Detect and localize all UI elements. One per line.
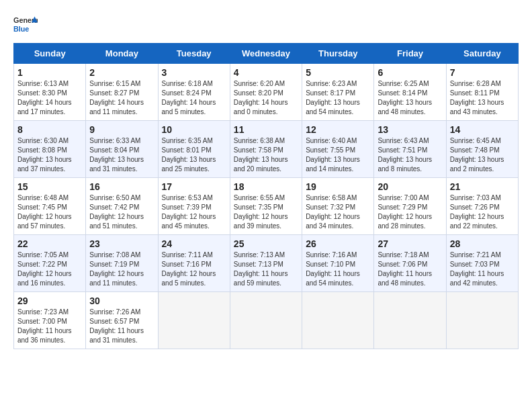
header-day-sunday: Sunday <box>14 44 86 64</box>
daylight-label: Daylight: 13 hours and 48 minutes. <box>378 99 432 116</box>
daylight-label: Daylight: 11 hours and 36 minutes. <box>17 327 72 344</box>
page-header: General Blue <box>13 13 519 38</box>
calendar-cell <box>446 292 518 349</box>
calendar-cell: 13 Sunrise: 6:43 AM Sunset: 7:51 PM Dayl… <box>374 121 446 178</box>
calendar-cell: 1 Sunrise: 6:13 AM Sunset: 8:30 PM Dayli… <box>14 64 86 121</box>
day-number: 20 <box>378 181 442 192</box>
daylight-label: Daylight: 12 hours and 39 minutes. <box>234 213 288 230</box>
sunrise-label: Sunrise: 6:20 AM <box>234 80 285 87</box>
day-number: 28 <box>450 238 515 249</box>
sunrise-label: Sunrise: 6:38 AM <box>234 137 285 144</box>
daylight-label: Daylight: 13 hours and 8 minutes. <box>378 156 432 173</box>
sunrise-label: Sunrise: 7:13 AM <box>234 251 285 259</box>
calendar-cell: 23 Sunrise: 7:08 AM Sunset: 7:19 PM Dayl… <box>86 235 158 292</box>
sunset-label: Sunset: 7:58 PM <box>234 146 283 154</box>
daylight-label: Daylight: 12 hours and 34 minutes. <box>306 213 360 230</box>
day-info: Sunrise: 6:25 AM Sunset: 8:14 PM Dayligh… <box>378 79 442 117</box>
day-info: Sunrise: 6:48 AM Sunset: 7:45 PM Dayligh… <box>17 193 82 231</box>
calendar-cell: 14 Sunrise: 6:45 AM Sunset: 7:48 PM Dayl… <box>446 121 518 178</box>
sunset-label: Sunset: 8:04 PM <box>89 146 139 154</box>
day-info: Sunrise: 6:45 AM Sunset: 7:48 PM Dayligh… <box>450 136 515 174</box>
sunrise-label: Sunrise: 7:26 AM <box>89 308 140 316</box>
day-number: 27 <box>378 238 442 249</box>
daylight-label: Daylight: 11 hours and 48 minutes. <box>378 270 432 287</box>
sunset-label: Sunset: 7:13 PM <box>234 261 283 268</box>
day-number: 13 <box>378 124 442 135</box>
calendar-cell: 12 Sunrise: 6:40 AM Sunset: 7:55 PM Dayl… <box>302 121 374 178</box>
sunset-label: Sunset: 8:30 PM <box>17 89 67 97</box>
calendar-cell: 7 Sunrise: 6:28 AM Sunset: 8:11 PM Dayli… <box>446 64 518 121</box>
daylight-label: Daylight: 13 hours and 14 minutes. <box>306 156 360 173</box>
calendar-cell: 21 Sunrise: 7:03 AM Sunset: 7:26 PM Dayl… <box>446 178 518 235</box>
calendar-cell <box>374 292 446 349</box>
calendar-cell: 26 Sunrise: 7:16 AM Sunset: 7:10 PM Dayl… <box>302 235 374 292</box>
sunrise-label: Sunrise: 6:25 AM <box>378 80 429 87</box>
sunrise-label: Sunrise: 7:03 AM <box>450 194 501 201</box>
sunset-label: Sunset: 7:10 PM <box>306 261 355 268</box>
sunrise-label: Sunrise: 6:30 AM <box>17 137 69 144</box>
sunset-label: Sunset: 8:14 PM <box>378 89 427 97</box>
sunrise-label: Sunrise: 6:15 AM <box>89 80 140 87</box>
header-day-wednesday: Wednesday <box>230 44 302 64</box>
daylight-label: Daylight: 12 hours and 45 minutes. <box>162 213 216 230</box>
daylight-label: Daylight: 11 hours and 31 minutes. <box>89 327 144 344</box>
day-info: Sunrise: 7:16 AM Sunset: 7:10 PM Dayligh… <box>306 250 370 288</box>
day-info: Sunrise: 6:13 AM Sunset: 8:30 PM Dayligh… <box>17 79 82 117</box>
day-number: 1 <box>17 67 82 78</box>
sunrise-label: Sunrise: 6:35 AM <box>162 137 213 144</box>
day-number: 30 <box>89 295 154 306</box>
sunrise-label: Sunrise: 6:33 AM <box>89 137 140 144</box>
daylight-label: Daylight: 12 hours and 11 minutes. <box>89 270 144 287</box>
calendar-cell: 20 Sunrise: 7:00 AM Sunset: 7:29 PM Dayl… <box>374 178 446 235</box>
day-number: 3 <box>162 67 226 78</box>
sunrise-label: Sunrise: 6:48 AM <box>17 194 69 201</box>
sunset-label: Sunset: 7:19 PM <box>89 261 139 268</box>
sunrise-label: Sunrise: 6:13 AM <box>17 80 69 87</box>
sunset-label: Sunset: 7:39 PM <box>162 203 212 211</box>
day-info: Sunrise: 7:08 AM Sunset: 7:19 PM Dayligh… <box>89 250 154 288</box>
day-info: Sunrise: 7:11 AM Sunset: 7:16 PM Dayligh… <box>162 250 226 288</box>
sunset-label: Sunset: 7:22 PM <box>17 261 67 268</box>
day-number: 23 <box>89 238 154 249</box>
day-number: 24 <box>162 238 226 249</box>
calendar-cell: 8 Sunrise: 6:30 AM Sunset: 8:08 PM Dayli… <box>14 121 86 178</box>
sunrise-label: Sunrise: 7:18 AM <box>378 251 429 259</box>
day-info: Sunrise: 6:55 AM Sunset: 7:35 PM Dayligh… <box>234 193 298 231</box>
daylight-label: Daylight: 13 hours and 20 minutes. <box>234 156 288 173</box>
day-number: 2 <box>89 67 154 78</box>
day-number: 12 <box>306 124 370 135</box>
sunrise-label: Sunrise: 6:50 AM <box>89 194 140 201</box>
daylight-label: Daylight: 12 hours and 5 minutes. <box>162 270 216 287</box>
sunrise-label: Sunrise: 7:21 AM <box>450 251 501 259</box>
sunset-label: Sunset: 8:01 PM <box>162 146 212 154</box>
day-info: Sunrise: 7:23 AM Sunset: 7:00 PM Dayligh… <box>17 308 82 345</box>
day-info: Sunrise: 7:00 AM Sunset: 7:29 PM Dayligh… <box>378 193 442 231</box>
day-info: Sunrise: 7:26 AM Sunset: 6:57 PM Dayligh… <box>89 308 154 345</box>
sunset-label: Sunset: 7:48 PM <box>450 146 500 154</box>
day-info: Sunrise: 6:15 AM Sunset: 8:27 PM Dayligh… <box>89 79 154 117</box>
sunset-label: Sunset: 7:42 PM <box>89 203 139 211</box>
sunrise-label: Sunrise: 7:08 AM <box>89 251 140 259</box>
sunrise-label: Sunrise: 6:58 AM <box>306 194 357 201</box>
day-info: Sunrise: 6:43 AM Sunset: 7:51 PM Dayligh… <box>378 136 442 174</box>
sunrise-label: Sunrise: 7:00 AM <box>378 194 429 201</box>
day-info: Sunrise: 6:58 AM Sunset: 7:32 PM Dayligh… <box>306 193 370 231</box>
calendar-cell: 19 Sunrise: 6:58 AM Sunset: 7:32 PM Dayl… <box>302 178 374 235</box>
sunset-label: Sunset: 7:16 PM <box>162 261 212 268</box>
day-info: Sunrise: 7:13 AM Sunset: 7:13 PM Dayligh… <box>234 250 298 288</box>
day-info: Sunrise: 7:21 AM Sunset: 7:03 PM Dayligh… <box>450 250 515 288</box>
header-day-friday: Friday <box>374 44 446 64</box>
calendar-week-row: 29 Sunrise: 7:23 AM Sunset: 7:00 PM Dayl… <box>14 292 519 349</box>
day-info: Sunrise: 6:40 AM Sunset: 7:55 PM Dayligh… <box>306 136 370 174</box>
day-number: 5 <box>306 67 370 78</box>
day-info: Sunrise: 6:20 AM Sunset: 8:20 PM Dayligh… <box>234 79 298 117</box>
calendar-cell: 22 Sunrise: 7:05 AM Sunset: 7:22 PM Dayl… <box>14 235 86 292</box>
sunset-label: Sunset: 7:00 PM <box>17 318 67 325</box>
sunset-label: Sunset: 8:11 PM <box>450 89 500 97</box>
calendar-cell: 17 Sunrise: 6:53 AM Sunset: 7:39 PM Dayl… <box>158 178 230 235</box>
day-number: 19 <box>306 181 370 192</box>
sunset-label: Sunset: 7:26 PM <box>450 203 500 211</box>
calendar-cell: 15 Sunrise: 6:48 AM Sunset: 7:45 PM Dayl… <box>14 178 86 235</box>
day-info: Sunrise: 7:03 AM Sunset: 7:26 PM Dayligh… <box>450 193 515 231</box>
daylight-label: Daylight: 14 hours and 0 minutes. <box>234 99 288 116</box>
